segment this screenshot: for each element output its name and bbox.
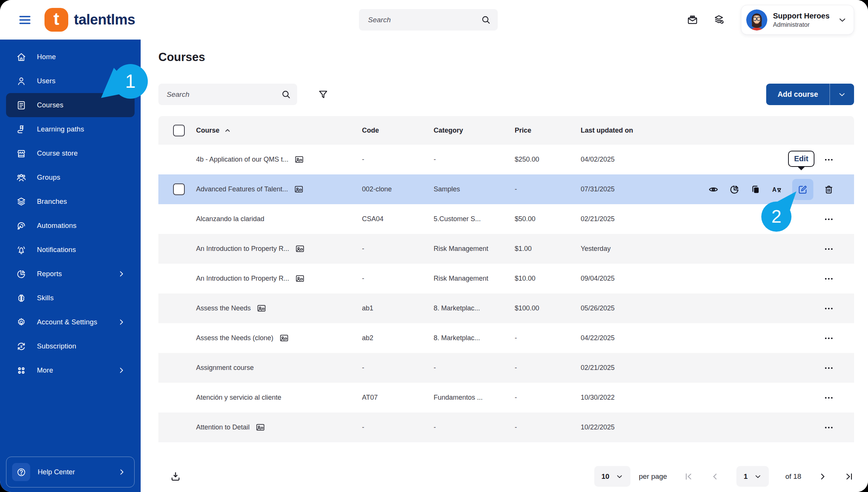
page-select[interactable]: 1 (736, 466, 769, 487)
annotation-step-2: 2 (756, 188, 808, 235)
courses-search-input[interactable] (166, 90, 281, 99)
course-cell: Assignment course (190, 364, 362, 372)
column-header-last-updated[interactable]: Last updated on (581, 127, 667, 134)
menu-icon[interactable] (17, 12, 32, 28)
chevron-down-icon[interactable] (838, 15, 847, 24)
last-updated-cell: 04/22/2025 (581, 334, 667, 342)
table-row[interactable]: 4b - Application of our QMS t...--$250.0… (158, 145, 854, 174)
download-icon[interactable] (170, 471, 181, 482)
row-checkbox[interactable] (173, 183, 185, 195)
sidebar-item-label: Account & Settings (37, 318, 97, 326)
sidebar-item-learning-paths[interactable]: Learning paths (6, 117, 135, 141)
select-all-checkbox[interactable] (173, 125, 185, 136)
svg-text:$: $ (20, 344, 22, 348)
column-header-code[interactable]: Code (362, 127, 434, 134)
code-cell: - (362, 423, 434, 431)
per-page-select[interactable]: 10 (594, 466, 630, 487)
instructor-led-icon (255, 422, 265, 432)
row-menu-icon[interactable] (823, 422, 834, 433)
per-page-label: per page (639, 472, 667, 481)
row-menu-icon[interactable] (823, 303, 834, 314)
sidebar-item-reports[interactable]: Reports (6, 262, 135, 286)
course-name: An Introduction to Property R... (196, 245, 289, 253)
row-menu-icon[interactable] (823, 243, 834, 255)
courses-search[interactable] (158, 84, 297, 105)
inbox-icon[interactable] (686, 14, 699, 26)
category-cell: Fundamentos ... (434, 394, 515, 402)
instructor-led-icon (295, 274, 305, 284)
more-icon (16, 365, 27, 376)
row-actions-cell (667, 154, 854, 165)
global-search-input[interactable] (367, 15, 481, 24)
sidebar-item-notifications[interactable]: Notifications (6, 238, 135, 262)
next-page-button[interactable] (818, 472, 828, 481)
sidebar-item-label: Course store (37, 149, 78, 157)
sidebar-item-groups[interactable]: Groups (6, 165, 135, 189)
preview-icon[interactable] (708, 184, 719, 195)
table-row[interactable]: Assess the Needs (clone)ab28. Marketplac… (158, 323, 854, 353)
column-header-course[interactable]: Course (190, 127, 362, 134)
code-cell: ab2 (362, 334, 434, 342)
row-menu-icon[interactable] (823, 362, 834, 374)
price-cell: - (515, 334, 581, 342)
main-content: Courses Add course Course (141, 40, 868, 492)
course-name: 4b - Application of our QMS t... (196, 156, 288, 163)
branches-icon (16, 196, 27, 207)
pagination: 10 per page 1 of 18 (594, 466, 854, 487)
table-row[interactable]: Alcanzando la claridadCSA045.Customer S.… (158, 204, 854, 234)
last-updated-cell: 02/21/2025 (581, 215, 667, 223)
sidebar-item-label: Notifications (37, 246, 76, 254)
users-icon (16, 76, 27, 87)
sidebar-item-account-settings[interactable]: Account & Settings (6, 310, 135, 334)
table-row[interactable]: Advanced Features of Talent...002-cloneS… (158, 174, 854, 204)
table-row[interactable]: An Introduction to Property R...-Risk Ma… (158, 234, 854, 264)
table-row[interactable]: An Introduction to Property R...-Risk Ma… (158, 264, 854, 293)
first-page-button[interactable] (684, 472, 693, 481)
last-page-button[interactable] (844, 472, 854, 481)
delete-icon[interactable] (823, 184, 834, 195)
sidebar-item-course-store[interactable]: Course store (6, 141, 135, 165)
table-row[interactable]: Attention to Detail---10/22/2025 (158, 413, 854, 442)
search-icon[interactable] (281, 89, 291, 99)
table-row[interactable]: Assignment course---02/21/2025 (158, 353, 854, 383)
price-cell: - (515, 364, 581, 372)
table-row[interactable]: Atención y servicio al clienteAT07Fundam… (158, 383, 854, 413)
row-menu-icon[interactable] (823, 392, 834, 403)
sidebar-item-automations[interactable]: Automations (6, 214, 135, 238)
global-search[interactable] (359, 9, 498, 31)
sidebar-item-label: Users (37, 77, 55, 85)
row-actions-cell (667, 392, 854, 403)
sidebar-item-label: Subscription (37, 342, 76, 350)
pie-chart-icon[interactable] (729, 184, 740, 195)
help-icon-box (12, 463, 30, 481)
row-menu-icon[interactable] (823, 214, 834, 225)
sidebar-item-help-center[interactable]: Help Center (6, 457, 135, 487)
code-cell: - (362, 156, 434, 163)
sidebar: HomeUsersCoursesLearning pathsCourse sto… (0, 40, 141, 492)
logo[interactable]: t talentlms (44, 8, 135, 32)
sidebar-item-skills[interactable]: Skills (6, 286, 135, 310)
row-menu-icon[interactable] (823, 273, 834, 284)
row-menu-icon[interactable] (823, 333, 834, 344)
chevron-right-icon (117, 270, 126, 278)
row-menu-icon[interactable] (823, 154, 834, 165)
user-meta: Support Heroes Administrator (773, 11, 830, 29)
annotation-step-1-number: 1 (125, 71, 136, 92)
edit-tooltip: Edit (788, 151, 814, 167)
user-role: Administrator (773, 21, 830, 29)
sidebar-item-branches[interactable]: Branches (6, 189, 135, 214)
stack-check-icon[interactable] (713, 14, 725, 26)
sidebar-item-subscription[interactable]: $Subscription (6, 334, 135, 358)
search-icon[interactable] (481, 15, 491, 25)
column-header-price[interactable]: Price (515, 127, 581, 134)
row-actions-cell (667, 243, 854, 255)
filter-icon[interactable] (317, 89, 329, 100)
add-course-caret-button[interactable] (830, 84, 854, 105)
previous-page-button[interactable] (710, 472, 720, 481)
column-header-category[interactable]: Category (434, 127, 515, 134)
user-menu[interactable]: Support Heroes Administrator (741, 5, 854, 35)
sidebar-item-more[interactable]: More (6, 358, 135, 382)
course-name: Atención y servicio al cliente (196, 394, 281, 402)
add-course-button[interactable]: Add course (766, 84, 829, 105)
table-row[interactable]: Assess the Needsab18. Marketplac...$100.… (158, 293, 854, 323)
